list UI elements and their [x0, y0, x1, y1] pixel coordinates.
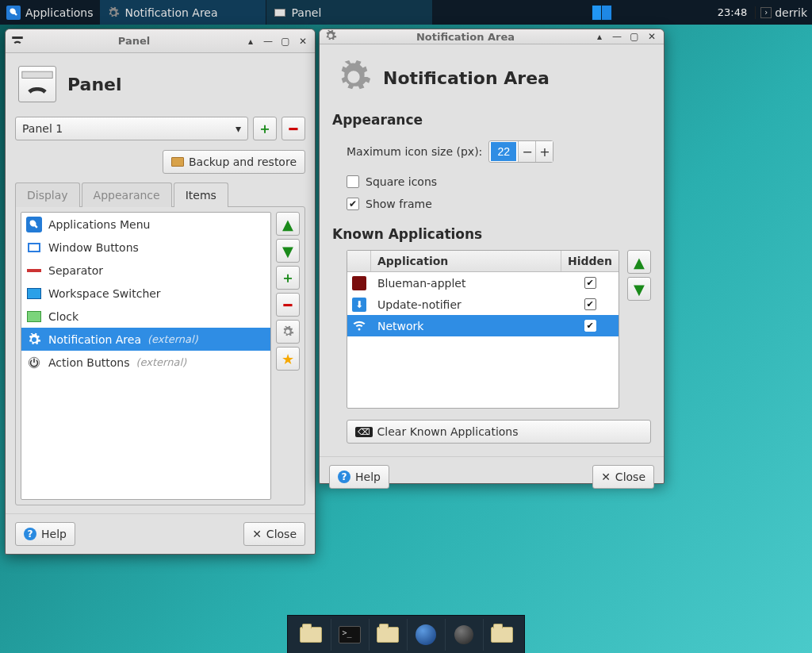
taskbar-button-label: Notification Area	[125, 6, 218, 19]
panel-item-clock[interactable]: Clock	[21, 305, 270, 328]
known-app-row-network[interactable]: Network	[347, 315, 619, 336]
bottom-dock	[287, 615, 525, 653]
item-about-button[interactable]: ★	[276, 347, 300, 371]
help-label: Help	[41, 528, 67, 540]
help-button[interactable]: ? Help	[15, 522, 75, 546]
help-button[interactable]: ? Help	[329, 465, 389, 489]
panel-item-label: Workspace Switcher	[48, 287, 161, 300]
panel-items-list[interactable]: Applications Menu Window Buttons Separat…	[21, 212, 271, 500]
close-button[interactable]: ✕ Close	[243, 522, 305, 546]
panel-item-applications-menu[interactable]: Applications Menu	[21, 213, 270, 236]
window-roll-up-button[interactable]: ▴	[243, 34, 258, 48]
apps-menu-icon	[26, 217, 42, 232]
panel-item-separator[interactable]: Separator	[21, 259, 270, 282]
item-properties-button[interactable]	[276, 320, 300, 344]
titlebar[interactable]: Notification Area ▴ — ▢ ✕	[320, 29, 664, 44]
dock-app-finder[interactable]	[445, 619, 481, 651]
window-close-button[interactable]: ✕	[296, 34, 310, 48]
svg-rect-0	[22, 71, 52, 78]
applications-menu-button[interactable]: Applications	[0, 0, 100, 25]
tab-items[interactable]: Items	[174, 182, 228, 207]
app-name: Network	[371, 320, 561, 332]
workspace-icon	[26, 286, 42, 302]
close-icon: ✕	[601, 471, 611, 483]
folder-icon	[491, 627, 513, 643]
backup-restore-label: Backup and restore	[189, 156, 297, 168]
titlebar[interactable]: Panel ▴ — ▢ ✕	[6, 29, 315, 53]
help-icon: ?	[338, 471, 350, 483]
square-icons-checkbox-row[interactable]: Square icons	[347, 175, 651, 188]
panel-item-notification-area[interactable]: Notification Area (external)	[21, 328, 270, 351]
panel-item-label: Action Buttons	[48, 356, 129, 369]
tab-appearance[interactable]: Appearance	[82, 182, 172, 207]
panel-item-label: Separator	[48, 264, 103, 277]
chevron-right-icon: ›	[760, 7, 772, 18]
panel-selector-dropdown[interactable]: Panel 1 ▾	[15, 117, 248, 140]
folder-icon	[171, 157, 184, 167]
close-icon: ✕	[252, 528, 262, 540]
taskbar-button-notification-area[interactable]: Notification Area	[100, 0, 266, 25]
move-item-down-button[interactable]: ▼	[276, 239, 300, 263]
clock-icon	[26, 309, 42, 325]
hidden-checkbox[interactable]	[584, 298, 596, 310]
spinner-decrement-button[interactable]: −	[518, 141, 535, 162]
window-header-title: Notification Area	[383, 68, 550, 88]
window-maximize-button[interactable]: ▢	[627, 29, 642, 44]
add-item-button[interactable]: ＋	[276, 266, 300, 290]
spinner-increment-button[interactable]: +	[535, 141, 553, 162]
update-icon: ⬇	[352, 298, 366, 312]
panel-item-action-buttons[interactable]: Action Buttons (external)	[21, 351, 270, 374]
remove-panel-button[interactable]: ━	[282, 117, 305, 140]
close-button[interactable]: ✕ Close	[592, 465, 654, 489]
clear-known-applications-button[interactable]: ⌫ Clear Known Applications	[347, 420, 651, 444]
move-app-up-button[interactable]: ▲	[627, 250, 651, 274]
window-maximize-button[interactable]: ▢	[278, 34, 293, 48]
app-name: Update-notifier	[371, 298, 561, 311]
workspace-switcher[interactable]	[589, 5, 615, 21]
known-app-row-update-notifier[interactable]: ⬇ Update-notifier	[347, 294, 619, 315]
move-app-down-button[interactable]: ▼	[627, 277, 651, 301]
known-app-row-blueman[interactable]: Blueman-applet	[347, 272, 619, 294]
window-minimize-button[interactable]: —	[261, 34, 275, 48]
clock[interactable]: 23:48	[710, 6, 755, 18]
panel-item-workspace-switcher[interactable]: Workspace Switcher	[21, 282, 270, 305]
window-icon	[10, 34, 25, 48]
window-header-title: Panel	[67, 75, 122, 94]
close-label: Close	[615, 471, 645, 483]
move-item-up-button[interactable]: ▲	[276, 212, 300, 236]
panel-icon	[273, 6, 287, 20]
taskbar-button-panel[interactable]: Panel	[266, 0, 433, 25]
window-title: Notification Area	[342, 31, 589, 43]
user-menu[interactable]: › derrik	[755, 6, 812, 19]
window-buttons-icon	[26, 240, 42, 255]
window-minimize-button[interactable]: —	[610, 29, 624, 44]
help-label: Help	[355, 471, 381, 483]
window-roll-up-button[interactable]: ▴	[592, 29, 607, 44]
dock-web-browser[interactable]	[407, 619, 443, 651]
app-name: Blueman-applet	[371, 277, 561, 290]
dock-file-manager-2[interactable]	[369, 619, 405, 651]
folder-icon	[377, 627, 399, 643]
panel-item-window-buttons[interactable]: Window Buttons	[21, 236, 270, 259]
col-hidden[interactable]: Hidden	[561, 251, 619, 271]
hidden-checkbox[interactable]	[584, 277, 596, 289]
max-icon-size-spinner[interactable]: − +	[488, 140, 553, 163]
add-panel-button[interactable]: ＋	[253, 117, 277, 140]
backup-restore-button[interactable]: Backup and restore	[163, 150, 305, 174]
show-frame-checkbox-row[interactable]: Show frame	[347, 198, 651, 210]
window-close-button[interactable]: ✕	[645, 29, 659, 44]
globe-icon	[416, 624, 436, 645]
dock-file-manager[interactable]	[293, 619, 329, 651]
remove-item-button[interactable]: ━	[276, 293, 300, 317]
dock-terminal[interactable]	[331, 619, 367, 651]
dock-home[interactable]	[483, 619, 519, 651]
max-icon-size-input[interactable]	[491, 142, 516, 161]
tab-display[interactable]: Display	[15, 182, 80, 207]
panel-item-label: Notification Area	[48, 333, 141, 346]
tray-area: 23:48 › derrik	[589, 0, 812, 25]
col-application[interactable]: Application	[371, 251, 561, 271]
applications-menu-label: Applications	[25, 6, 94, 19]
known-applications-table[interactable]: Application Hidden Blueman-applet ⬇ Upda…	[347, 250, 619, 409]
close-label: Close	[266, 528, 297, 540]
hidden-checkbox[interactable]	[584, 320, 596, 332]
